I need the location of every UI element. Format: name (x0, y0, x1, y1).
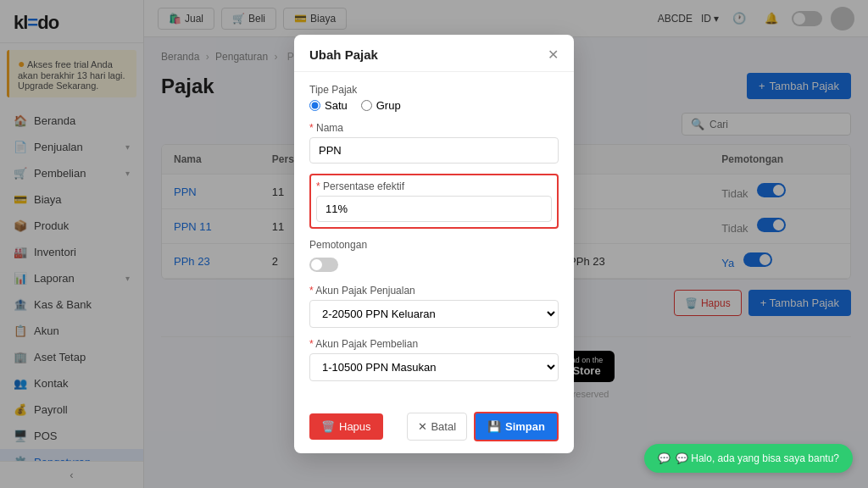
radio-satu[interactable]: Satu (309, 99, 348, 112)
akun-beli-group: * Akun Pajak Pembelian 1-10500 PPN Masuk… (309, 338, 559, 381)
pemotongan-group: Pemotongan (309, 239, 559, 274)
pemotongan-label: Pemotongan (309, 239, 559, 251)
akun-jual-group: * Akun Pajak Penjualan 2-20500 PPN Kelua… (309, 285, 559, 328)
pemotongan-toggle[interactable] (309, 258, 338, 272)
nama-label: * Nama (309, 122, 559, 134)
hapus-modal-button[interactable]: 🗑️ Hapus (309, 413, 383, 440)
ubah-pajak-modal: Ubah Pajak ✕ Tipe Pajak Satu Grup (294, 35, 574, 453)
radio-satu-label: Satu (325, 99, 348, 112)
help-chat-icon: 💬 (658, 452, 670, 464)
radio-grup-label: Grup (376, 99, 401, 112)
modal-header: Ubah Pajak ✕ (294, 35, 574, 72)
akun-jual-select[interactable]: 2-20500 PPN Keluaran (309, 300, 559, 328)
help-label: 💬 Halo, ada yang bisa saya bantu? (676, 452, 839, 464)
persentase-label: * Persentase efektif (316, 180, 552, 192)
tipe-pajak-label: Tipe Pajak (309, 84, 559, 96)
help-button[interactable]: 💬 💬 Halo, ada yang bisa saya bantu? (644, 444, 853, 473)
modal-title: Ubah Pajak (309, 47, 378, 62)
modal-close-button[interactable]: ✕ (548, 47, 559, 63)
modal-body: Tipe Pajak Satu Grup * Nama (294, 72, 574, 403)
hapus-modal-label: Hapus (339, 420, 371, 433)
radio-grup-input[interactable] (361, 100, 372, 111)
radio-grup[interactable]: Grup (361, 99, 401, 112)
hapus-icon: 🗑️ (321, 420, 335, 433)
batal-label: Batal (431, 420, 456, 433)
tipe-pajak-group: Tipe Pajak Satu Grup (309, 84, 559, 112)
simpan-label: Simpan (505, 420, 545, 433)
radio-group-tipe: Satu Grup (309, 99, 559, 112)
batal-button[interactable]: ✕ Batal (407, 413, 467, 441)
modal-overlay[interactable]: Ubah Pajak ✕ Tipe Pajak Satu Grup (0, 0, 868, 488)
modal-footer: 🗑️ Hapus ✕ Batal 💾 Simpan (294, 403, 574, 453)
nama-group: * Nama (309, 122, 559, 164)
akun-jual-label: * Akun Pajak Penjualan (309, 285, 559, 297)
persentase-group: * Persentase efektif (309, 174, 559, 229)
simpan-button[interactable]: 💾 Simpan (474, 412, 559, 441)
simpan-icon: 💾 (487, 420, 501, 433)
akun-beli-select[interactable]: 1-10500 PPN Masukan (309, 353, 559, 381)
modal-footer-left: 🗑️ Hapus (309, 413, 400, 440)
nama-input[interactable] (309, 137, 559, 164)
batal-x-icon: ✕ (418, 420, 427, 433)
akun-beli-label: * Akun Pajak Pembelian (309, 338, 559, 350)
radio-satu-input[interactable] (309, 100, 320, 111)
persentase-input[interactable] (316, 196, 552, 222)
